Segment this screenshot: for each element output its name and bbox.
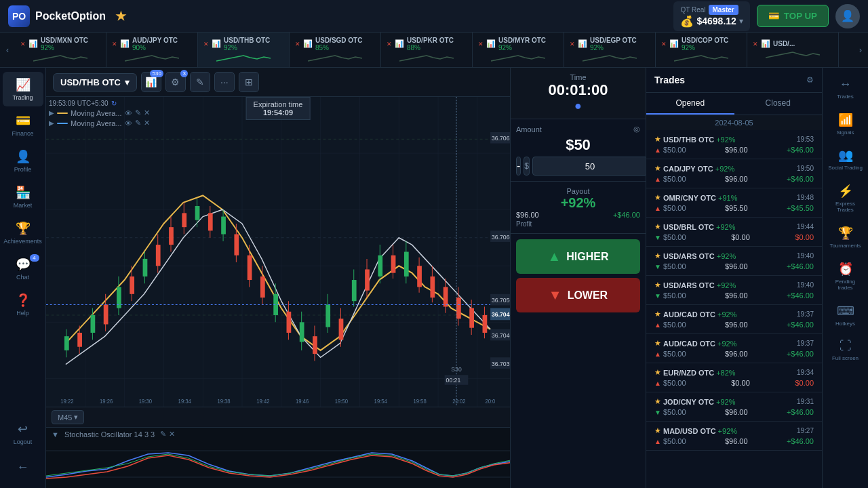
timeframe-button[interactable]: M45 ▾	[52, 410, 84, 424]
indicator-remove-2[interactable]: ✕	[144, 119, 150, 127]
sidebar-item-achievements[interactable]: 🏆 Achievements	[3, 216, 43, 250]
tab-item-3[interactable]: ✕ 📊 USD/SGD OTC 85%	[290, 33, 381, 68]
tabs-next-button[interactable]: ›	[853, 33, 868, 68]
right-sidebar-item-tournaments[interactable]: 🏆 Tournaments	[825, 220, 866, 255]
right-sidebar-item-hotkeys[interactable]: ⌨ Hotkeys	[825, 298, 866, 333]
lower-button[interactable]: ▼ LOWER	[516, 278, 640, 312]
trade-star-6[interactable]: ★	[654, 310, 661, 319]
logout-icon: ↩	[18, 422, 28, 436]
balance-dropdown[interactable]: ▾	[739, 16, 743, 26]
expand-indicator-1[interactable]: ▶	[49, 109, 54, 117]
collapse-sidebar-button[interactable]: ←	[3, 455, 43, 480]
chart-type-button[interactable]: 📊 530	[141, 72, 161, 92]
tab-item-4[interactable]: ✕ 📊 USD/PKR OTC 88%	[381, 33, 473, 68]
more-button[interactable]: ···	[214, 72, 235, 92]
tab-close-2[interactable]: ✕	[203, 41, 209, 47]
amount-minus-button[interactable]: -	[516, 157, 521, 176]
tab-pct-2: 92%	[224, 44, 283, 52]
candlestick-chart: 36.70655 36.70600 36.70500 36.70453 36.7…	[46, 97, 510, 407]
tab-item-2[interactable]: ✕ 📊 USD/THB OTC 92%	[198, 33, 290, 68]
tab-close-6[interactable]: ✕	[570, 41, 575, 47]
trades-header: Trades ⚙	[646, 68, 822, 93]
right-sidebar-item-express-trades[interactable]: ⚡ Express Trades	[825, 178, 866, 219]
tab-item-5[interactable]: ✕ 📊 USD/MYR OTC 92%	[473, 33, 564, 68]
indicator-remove-1[interactable]: ✕	[144, 108, 150, 117]
finance-icon: 💳	[16, 113, 31, 128]
svg-text:19:34: 19:34	[178, 399, 192, 405]
oscillator-header: ▼ Stochastic Oscillator 14 3 3 ✎ ✕	[46, 428, 510, 441]
timeframe-dropdown: ▾	[74, 413, 78, 422]
trade-stake-6: ▲ $50.00	[654, 321, 686, 329]
right-sidebar-item-trades[interactable]: ↔ Trades	[825, 72, 866, 106]
indicator-visibility-2[interactable]: 👁	[125, 119, 132, 127]
oscillator-remove[interactable]: ✕	[169, 430, 175, 439]
pair-selector[interactable]: USD/THB OTC ▾	[53, 73, 137, 92]
expand-indicator-2[interactable]: ▶	[49, 119, 54, 127]
tab-close-3[interactable]: ✕	[295, 41, 300, 47]
indicator-dot-1	[57, 113, 68, 114]
tab-close-0[interactable]: ✕	[20, 41, 26, 47]
trade-payout-8: $0.00	[731, 379, 750, 387]
higher-button[interactable]: ▲ HIGHER	[516, 239, 640, 274]
tab-item-0[interactable]: ✕ 📊 USD/MXN OTC 92%	[15, 33, 106, 68]
trade-star-1[interactable]: ★	[654, 164, 661, 173]
tab-close-5[interactable]: ✕	[478, 41, 484, 47]
trade-star-2[interactable]: ★	[654, 193, 661, 202]
tab-close-4[interactable]: ✕	[387, 41, 392, 47]
top-up-button[interactable]: 💳 TOP UP	[757, 5, 829, 27]
tab-item-8[interactable]: ✕ 📊 USD/...	[747, 33, 839, 68]
tab-closed[interactable]: Closed	[734, 93, 823, 115]
trade-dir-0: ▲	[654, 146, 661, 154]
sidebar-item-market[interactable]: 🏪 Market	[3, 180, 43, 214]
top-up-label: TOP UP	[784, 11, 817, 21]
sidebar-item-profile[interactable]: 👤 Profile	[3, 144, 43, 178]
sidebar-item-chat[interactable]: 💬 Chat 4	[3, 251, 43, 286]
indicator-edit-1[interactable]: ✎	[135, 108, 141, 117]
trade-star-4[interactable]: ★	[654, 251, 661, 260]
tab-close-1[interactable]: ✕	[112, 41, 117, 47]
collapse-icon: ←	[17, 460, 29, 474]
tab-opened[interactable]: Opened	[646, 93, 734, 115]
sidebar-item-help[interactable]: ❓ Help	[3, 287, 43, 322]
pending-trades-icon: ⏰	[838, 262, 853, 277]
right-sidebar-item-pending-trades[interactable]: ⏰ Pending trades	[825, 256, 866, 297]
logout-button[interactable]: ↩ Logout	[3, 416, 43, 451]
tab-close-8[interactable]: ✕	[753, 41, 758, 47]
tab-item-6[interactable]: ✕ 📊 USD/EGP OTC 92%	[564, 33, 656, 68]
amount-controls: - $ +	[516, 157, 640, 176]
right-sidebar-item-full-screen[interactable]: ⛶ Full screen	[825, 333, 866, 367]
trade-star-3[interactable]: ★	[654, 222, 661, 231]
grid-button[interactable]: ⊞	[239, 72, 259, 92]
right-sidebar-item-social-trading[interactable]: 👥 Social Trading	[825, 142, 866, 177]
trade-star-8[interactable]: ★	[654, 368, 661, 377]
indicator-visibility-1[interactable]: 👁	[125, 109, 132, 117]
favorite-icon[interactable]: ★	[115, 9, 126, 24]
indicator-edit-2[interactable]: ✎	[135, 119, 141, 127]
trade-star-10[interactable]: ★	[654, 426, 661, 435]
sidebar-item-finance[interactable]: 💳 Finance	[3, 108, 43, 142]
refresh-icon[interactable]: ↻	[111, 100, 117, 107]
account-info[interactable]: QT Real Master 💰 $4698.12 ▾	[673, 1, 749, 31]
oscillator-edit[interactable]: ✎	[160, 430, 166, 439]
trade-star-5[interactable]: ★	[654, 281, 661, 289]
trade-star-0[interactable]: ★	[654, 135, 661, 144]
tab-item-7[interactable]: ✕ 📊 USD/COP OTC 92%	[656, 33, 747, 68]
oscillator-collapse[interactable]: ▼	[52, 430, 59, 439]
indicator-button[interactable]: ⚙ 3	[165, 72, 186, 92]
tab-pair-7: USD/COP OTC	[682, 37, 741, 44]
trade-star-7[interactable]: ★	[654, 339, 661, 348]
right-sidebar-item-signals[interactable]: 📶 Signals	[825, 107, 866, 142]
draw-button[interactable]: ✎	[190, 72, 210, 92]
trade-time-1: 19:50	[797, 165, 814, 172]
trading-icon: 📈	[16, 77, 31, 92]
tabs-prev-button[interactable]: ‹	[0, 33, 15, 68]
tab-close-7[interactable]: ✕	[661, 41, 667, 47]
sidebar-item-trading[interactable]: 📈 Trading	[3, 72, 43, 106]
amount-input[interactable]	[532, 157, 648, 176]
svg-text:19:50: 19:50	[335, 399, 349, 405]
trades-settings-icon[interactable]: ⚙	[806, 75, 814, 85]
trade-star-9[interactable]: ★	[654, 397, 661, 406]
tab-item-1[interactable]: ✕ 📊 AUD/JPY OTC 90%	[106, 33, 198, 68]
avatar[interactable]: 👤	[835, 4, 860, 28]
trade-pair-8: EUR/NZD OTC	[663, 369, 714, 377]
